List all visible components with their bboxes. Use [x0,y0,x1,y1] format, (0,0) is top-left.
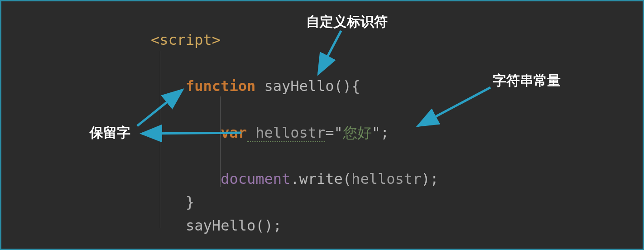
code-line-function: function sayHello(){ [151,75,439,98]
annotation-identifier: 自定义标识符 [306,13,388,31]
blank-line-3 [151,144,439,168]
document-obj: document [221,170,290,188]
blank-line [151,52,439,75]
assign-close: "; [372,124,389,141]
annotation-string-const: 字符串常量 [493,72,561,90]
code-line-write: document.write(hellostr); [151,168,439,191]
open-script-tag: <script> [151,31,221,48]
code-line-invoke: sayHello(); [151,214,439,237]
call-open: ( [343,170,351,188]
var-name: hellostr [247,124,325,142]
code-line-close-brace: } [151,191,439,214]
method-write: write [299,170,343,188]
annotation-reserved: 保留字 [90,124,130,142]
string-literal: 您好 [343,124,372,141]
keyword-var: var [221,124,247,141]
call-close: ); [421,170,439,188]
dot: . [290,170,299,188]
call-arg: hellostr [351,170,421,188]
code-line-var: var hellostr="您好"; [151,121,439,144]
code-line-open-tag: <script> [151,29,439,52]
keyword-function: function [186,77,255,95]
blank-line-4 [151,237,439,250]
invoke-call: sayHello(); [186,217,282,234]
func-parens: (){ [334,77,360,95]
func-name: sayHello [255,77,334,95]
code-block: <script> function sayHello(){ var hellos… [151,29,439,250]
assign-eq: =" [325,124,343,141]
close-brace: } [186,193,194,211]
blank-line-2 [151,98,439,121]
